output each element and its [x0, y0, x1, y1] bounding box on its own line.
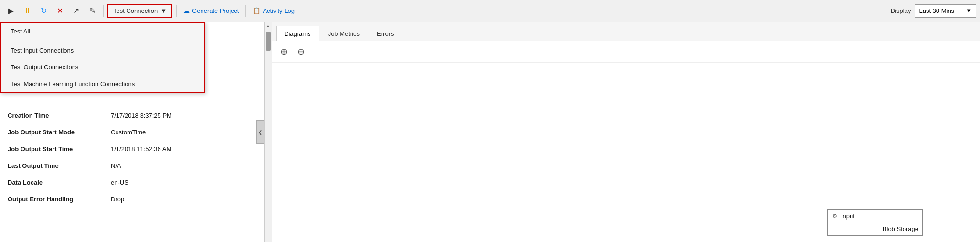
- log-icon: 📋: [253, 7, 260, 14]
- edit-button[interactable]: ✎: [85, 4, 99, 18]
- prop-label-output-start-mode: Job Output Start Mode: [8, 129, 103, 136]
- dropdown-item-test-ml[interactable]: Test Machine Learning Function Connectio…: [1, 76, 204, 92]
- test-connection-dropdown: Test All Test Input Connections Test Out…: [0, 22, 205, 93]
- prop-label-output-start-time: Job Output Start Time: [8, 145, 103, 153]
- left-panel: Test All Test Input Connections Test Out…: [0, 22, 272, 242]
- display-value: Last 30 Mins: [919, 7, 954, 14]
- zoom-out-button[interactable]: ⊖: [294, 45, 308, 58]
- tab-errors[interactable]: Errors: [369, 26, 402, 41]
- node-header-label: Input: [841, 212, 855, 220]
- separator2: [176, 5, 177, 17]
- open-icon: ↗: [73, 6, 79, 15]
- close-button[interactable]: ✕: [53, 4, 67, 18]
- prop-row-output-start-time: Job Output Start Time 1/1/2018 11:52:36 …: [8, 143, 264, 155]
- diagram-area: ⊕ ⊖ ⚙ Input Blob Storage: [272, 41, 980, 242]
- dropdown-arrow-icon: ▼: [160, 7, 167, 14]
- edit-icon: ✎: [89, 6, 96, 15]
- generate-project-link[interactable]: ☁ Generate Project: [181, 5, 242, 16]
- dropdown-item-test-input[interactable]: Test Input Connections: [1, 42, 204, 59]
- zoom-in-button[interactable]: ⊕: [277, 45, 290, 58]
- prop-label-last-output-time: Last Output Time: [8, 162, 103, 169]
- tabs-bar: Diagrams Job Metrics Errors: [272, 22, 980, 41]
- open-button[interactable]: ↗: [69, 4, 83, 18]
- collapse-icon: ❮: [258, 130, 262, 135]
- prop-label-creation-time: Creation Time: [8, 112, 103, 119]
- prop-row-creation-time: Creation Time 7/17/2018 3:37:25 PM: [8, 110, 264, 121]
- tab-diagrams[interactable]: Diagrams: [276, 26, 319, 41]
- node-body: Blob Storage: [828, 222, 922, 235]
- zoom-out-icon: ⊖: [298, 46, 305, 57]
- prop-label-data-locale: Data Locale: [8, 179, 103, 186]
- prop-value-output-start-time: 1/1/2018 11:52:36 AM: [111, 145, 171, 153]
- scroll-up-arrow[interactable]: ▲: [265, 22, 272, 30]
- right-panel: Diagrams Job Metrics Errors ⊕ ⊖: [272, 22, 980, 242]
- display-dropdown[interactable]: Last 30 Mins ▼: [915, 4, 976, 18]
- prop-value-output-start-mode: CustomTime: [111, 129, 146, 136]
- main-area: Test All Test Input Connections Test Out…: [0, 22, 980, 242]
- test-connection-label: Test Connection: [113, 7, 158, 14]
- node-gear-icon: ⚙: [831, 213, 838, 220]
- prop-label-output-error: Output Error Handling: [8, 196, 103, 203]
- prop-value-creation-time: 7/17/2018 3:37:25 PM: [111, 112, 172, 119]
- play-icon: ▶: [8, 6, 14, 15]
- pause-icon: ⏸: [23, 7, 31, 15]
- node-body-label: Blob Storage: [883, 225, 918, 232]
- properties-panel: Creation Time 7/17/2018 3:37:25 PM Job O…: [0, 106, 272, 242]
- prop-row-data-locale: Data Locale en-US: [8, 176, 264, 188]
- prop-value-output-error: Drop: [111, 196, 124, 203]
- display-label: Display: [891, 7, 911, 14]
- dropdown-item-test-output[interactable]: Test Output Connections: [1, 59, 204, 76]
- activity-log-link[interactable]: 📋 Activity Log: [250, 5, 297, 16]
- refresh-icon: ↻: [41, 6, 47, 15]
- scrollbar[interactable]: ▲: [264, 22, 272, 242]
- separator: [103, 5, 104, 17]
- display-dropdown-arrow: ▼: [966, 7, 972, 14]
- diagram-canvas: ⚙ Input Blob Storage: [272, 63, 980, 241]
- zoom-in-icon: ⊕: [280, 46, 288, 57]
- collapse-panel-button[interactable]: ❮: [256, 120, 264, 144]
- separator3: [245, 5, 246, 17]
- activity-log-label: Activity Log: [263, 7, 294, 14]
- cloud-icon: ☁: [183, 7, 190, 14]
- diagram-node-input-blob[interactable]: ⚙ Input Blob Storage: [827, 209, 923, 236]
- diagram-toolbar: ⊕ ⊖: [272, 41, 980, 63]
- pause-button[interactable]: ⏸: [20, 4, 34, 18]
- prop-row-output-start-mode: Job Output Start Mode CustomTime: [8, 126, 264, 138]
- test-connection-button[interactable]: Test Connection ▼: [107, 4, 172, 18]
- prop-row-last-output-time: Last Output Time N/A: [8, 160, 264, 172]
- tab-job-metrics[interactable]: Job Metrics: [320, 26, 368, 41]
- toolbar: ▶ ⏸ ↻ ✕ ↗ ✎ Test Connection ▼ ☁ Generate…: [0, 0, 980, 22]
- prop-value-last-output-time: N/A: [111, 162, 121, 169]
- refresh-button[interactable]: ↻: [36, 4, 51, 18]
- close-icon: ✕: [57, 6, 63, 15]
- generate-project-label: Generate Project: [192, 7, 239, 14]
- toolbar-right: Display Last 30 Mins ▼: [891, 4, 976, 18]
- play-button[interactable]: ▶: [4, 4, 18, 18]
- node-header: ⚙ Input: [828, 210, 922, 222]
- dropdown-item-test-all[interactable]: Test All: [1, 23, 204, 41]
- prop-value-data-locale: en-US: [111, 179, 128, 186]
- scroll-thumb[interactable]: [266, 32, 271, 51]
- prop-row-output-error: Output Error Handling Drop: [8, 193, 264, 205]
